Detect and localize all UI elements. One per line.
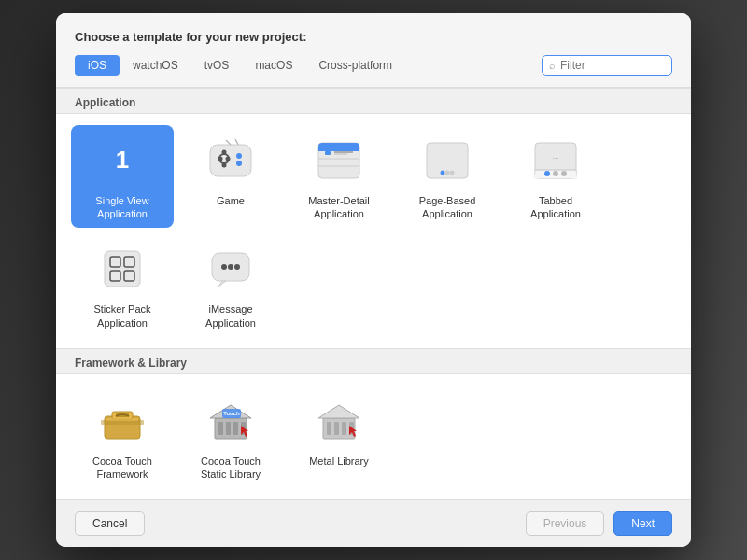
- cocoa-touch-static-icon: Touch: [203, 393, 259, 449]
- single-view-icon-graphic: [95, 133, 149, 188]
- svg-rect-57: [334, 422, 339, 435]
- svg-line-9: [235, 139, 238, 145]
- svg-rect-56: [327, 422, 331, 435]
- section-label-application: Application: [56, 88, 691, 114]
- svg-point-28: [561, 171, 567, 176]
- template-cocoa-touch-static[interactable]: Touch Cocoa TouchStatic Library: [179, 385, 282, 489]
- cocoa-touch-framework-icon: [94, 393, 150, 449]
- svg-rect-47: [218, 422, 223, 435]
- template-metal-library[interactable]: Metal Library: [288, 385, 390, 489]
- single-view-icon: [94, 133, 150, 189]
- svg-text:···: ···: [553, 154, 559, 162]
- dialog: Choose a template for your new project: …: [56, 13, 691, 548]
- application-templates-grid: Single ViewApplication: [56, 114, 691, 348]
- dialog-header: Choose a template for your new project: …: [56, 13, 691, 88]
- metal-library-icon-svg: [314, 396, 364, 446]
- tabbed-icon: ···: [528, 133, 584, 189]
- template-master-detail[interactable]: Master-DetailApplication: [288, 125, 390, 229]
- template-tabbed-label: TabbedApplication: [530, 194, 581, 221]
- template-imessage[interactable]: iMessageApplication: [179, 233, 282, 337]
- page-based-icon-svg: [422, 135, 472, 186]
- filter-input[interactable]: [560, 59, 665, 72]
- sticker-pack-icon-svg: [97, 244, 148, 294]
- svg-point-26: [544, 171, 550, 176]
- svg-line-8: [226, 140, 231, 145]
- svg-point-6: [236, 153, 242, 159]
- tabs: iOS watchOS tvOS macOS Cross-platform: [75, 55, 542, 76]
- svg-point-3: [222, 162, 227, 167]
- svg-text:Touch: Touch: [223, 411, 240, 416]
- dialog-footer: Cancel Previous Next: [56, 499, 691, 547]
- template-single-view[interactable]: Single ViewApplication: [71, 125, 174, 229]
- tabs-row: iOS watchOS tvOS macOS Cross-platform ⌕: [75, 55, 672, 76]
- svg-point-2: [222, 149, 227, 154]
- template-sticker-pack-label: Sticker PackApplication: [93, 302, 150, 329]
- svg-rect-48: [226, 422, 231, 435]
- template-imessage-label: iMessageApplication: [205, 302, 256, 329]
- cocoa-touch-framework-icon-svg: [97, 396, 148, 446]
- svg-marker-36: [218, 281, 226, 287]
- svg-rect-49: [233, 422, 238, 435]
- template-cocoa-touch-static-label: Cocoa TouchStatic Library: [201, 455, 261, 482]
- svg-point-4: [218, 156, 223, 161]
- template-master-detail-label: Master-DetailApplication: [308, 194, 369, 221]
- template-page-based[interactable]: Page-BasedApplication: [396, 125, 499, 229]
- footer-right: Previous Next: [526, 511, 672, 536]
- game-icon-svg: [205, 135, 256, 186]
- template-cocoa-touch-framework-label: Cocoa TouchFramework: [92, 455, 152, 482]
- previous-button[interactable]: Previous: [526, 511, 605, 536]
- cocoa-touch-static-icon-svg: Touch: [205, 396, 256, 446]
- svg-point-7: [236, 161, 242, 166]
- framework-templates-grid: Cocoa TouchFramework: [56, 374, 691, 500]
- imessage-icon-svg: [205, 244, 256, 294]
- tab-macos[interactable]: macOS: [242, 55, 305, 76]
- svg-rect-44: [106, 418, 138, 421]
- page-based-icon: [419, 133, 475, 189]
- imessage-icon: [203, 241, 259, 297]
- sticker-pack-icon: [94, 241, 150, 297]
- svg-point-5: [226, 156, 231, 161]
- template-game[interactable]: Game: [179, 125, 282, 229]
- tab-watchos[interactable]: watchOS: [120, 55, 191, 76]
- svg-point-20: [445, 170, 450, 175]
- tab-crossplatform[interactable]: Cross-platform: [305, 55, 405, 76]
- svg-point-27: [553, 171, 558, 176]
- svg-point-39: [234, 264, 240, 270]
- template-tabbed[interactable]: ··· TabbedApplication: [504, 125, 607, 229]
- tabbed-icon-svg: ···: [530, 135, 581, 186]
- tab-tvos[interactable]: tvOS: [191, 55, 243, 76]
- svg-marker-55: [318, 405, 359, 418]
- svg-rect-0: [210, 145, 251, 176]
- master-detail-icon-svg: [314, 135, 364, 186]
- svg-point-21: [450, 170, 455, 175]
- dialog-title: Choose a template for your new project:: [75, 30, 672, 44]
- svg-point-37: [221, 264, 227, 270]
- template-metal-library-label: Metal Library: [309, 455, 369, 468]
- search-icon: ⌕: [549, 60, 556, 71]
- svg-rect-30: [105, 251, 140, 287]
- tab-ios[interactable]: iOS: [75, 55, 120, 76]
- svg-rect-15: [325, 151, 331, 155]
- next-button[interactable]: Next: [613, 511, 672, 536]
- dialog-body: Application Single ViewApplication: [56, 88, 691, 500]
- cancel-button[interactable]: Cancel: [75, 511, 145, 536]
- game-icon: [203, 133, 259, 189]
- template-sticker-pack[interactable]: Sticker PackApplication: [71, 233, 174, 337]
- template-page-based-label: Page-BasedApplication: [419, 194, 476, 221]
- metal-library-icon: [311, 393, 367, 449]
- section-label-framework: Framework & Library: [56, 348, 691, 374]
- svg-rect-12: [318, 147, 359, 151]
- template-game-label: Game: [217, 194, 245, 207]
- svg-rect-58: [342, 422, 346, 435]
- svg-point-38: [228, 264, 233, 270]
- filter-box: ⌕: [542, 55, 672, 76]
- template-cocoa-touch-framework[interactable]: Cocoa TouchFramework: [71, 385, 174, 489]
- master-detail-icon: [311, 133, 367, 189]
- template-single-view-label: Single ViewApplication: [95, 194, 148, 221]
- svg-point-19: [441, 170, 445, 175]
